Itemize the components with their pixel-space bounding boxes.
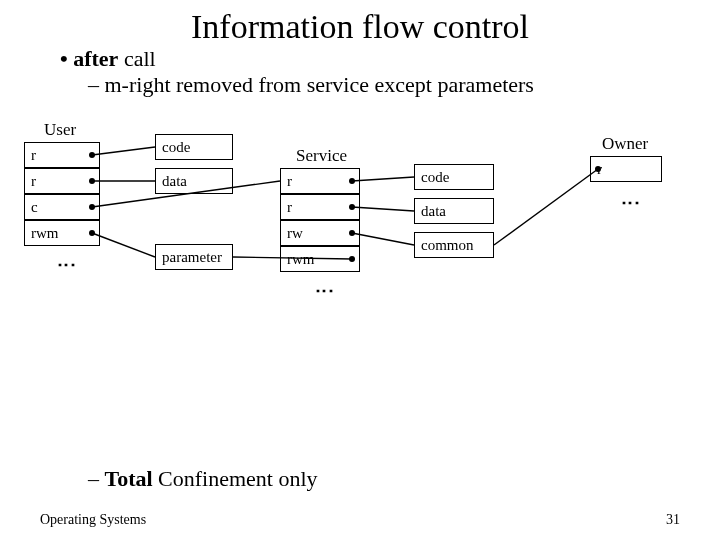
svc-cell-2: rw: [280, 220, 360, 246]
user-cell-3: rwm: [24, 220, 100, 246]
utarget-code: code: [155, 134, 233, 160]
bullet-top: after call: [60, 46, 690, 72]
svg-line-9: [352, 177, 414, 181]
owner-vdots: ⋮: [620, 194, 642, 214]
bullet-list: after call m-right removed from service …: [0, 46, 720, 98]
bullet-sub-a: m-right removed from service except para…: [60, 72, 690, 98]
svg-line-17: [494, 169, 598, 245]
service-label: Service: [296, 146, 347, 166]
diagram: User r r c rwm ⋮ code data parameter Ser…: [0, 114, 720, 384]
owner-cell-0: r: [590, 156, 662, 182]
user-label: User: [44, 120, 76, 140]
bullet-sub-b-bold: Total: [105, 466, 153, 491]
bullet-top-bold: after: [73, 46, 118, 71]
svc-vdots: ⋮: [314, 282, 336, 302]
user-cell-0: r: [24, 142, 100, 168]
owner-label: Owner: [602, 134, 648, 154]
stgt-data: data: [414, 198, 494, 224]
svc-cell-3: rwm: [280, 246, 360, 272]
user-cell-1: r: [24, 168, 100, 194]
svc-cell-1: r: [280, 194, 360, 220]
svg-line-13: [352, 233, 414, 245]
svg-line-1: [92, 147, 155, 155]
user-cell-2: c: [24, 194, 100, 220]
svg-line-11: [352, 207, 414, 211]
footer-right: 31: [666, 512, 680, 528]
bullet-sub-b-rest: Confinement only: [153, 466, 318, 491]
connectors: [0, 114, 720, 384]
stgt-code: code: [414, 164, 494, 190]
footer: Operating Systems 31: [0, 512, 720, 528]
slide-title: Information flow control: [0, 0, 720, 46]
svg-line-7: [92, 233, 155, 257]
utarget-data: data: [155, 168, 233, 194]
svc-cell-0: r: [280, 168, 360, 194]
stgt-common: common: [414, 232, 494, 258]
bullet-top-rest: call: [118, 46, 155, 71]
bullet-sub-b-wrap: Total Confinement only: [60, 466, 318, 492]
utarget-param: parameter: [155, 244, 233, 270]
user-vdots: ⋮: [56, 256, 78, 276]
footer-left: Operating Systems: [40, 512, 146, 528]
